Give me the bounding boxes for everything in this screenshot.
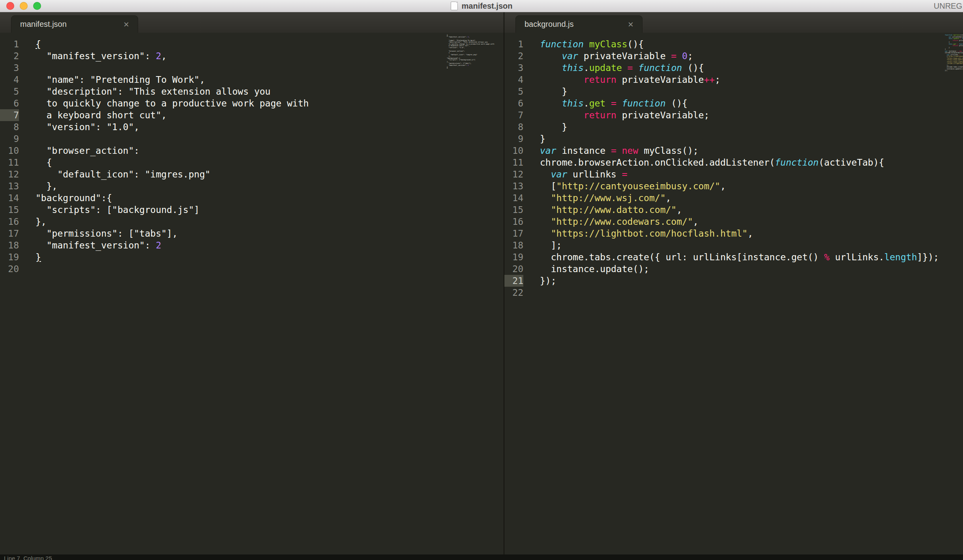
code-line: to quickly change to a productive work p… bbox=[36, 97, 504, 109]
code-line: { bbox=[447, 34, 503, 36]
close-window-button[interactable] bbox=[6, 2, 14, 10]
line-number[interactable]: 4 bbox=[0, 74, 19, 86]
code-line: "default_icon": "imgres.png" bbox=[36, 168, 504, 180]
line-number[interactable]: 18 bbox=[504, 239, 523, 251]
line-number[interactable]: 8 bbox=[504, 121, 523, 133]
tab-label: background.js bbox=[525, 20, 574, 29]
left-tabbar: manifest.json × bbox=[0, 12, 504, 33]
line-number[interactable]: 12 bbox=[0, 168, 19, 180]
line-number[interactable]: 7 bbox=[0, 109, 19, 121]
line-number[interactable]: 3 bbox=[504, 62, 523, 74]
code-line: "name": "Pretending To Work", bbox=[36, 74, 504, 86]
line-number[interactable]: 11 bbox=[504, 157, 523, 168]
pane-0-gutter[interactable]: 1234567891011121314151617181920 bbox=[0, 38, 26, 554]
statusbar: Line 7, Column 25 bbox=[0, 554, 963, 560]
line-number[interactable]: 3 bbox=[0, 62, 19, 74]
line-number[interactable]: 14 bbox=[504, 192, 523, 204]
code-line: } bbox=[540, 86, 963, 97]
line-number[interactable]: 18 bbox=[0, 239, 19, 251]
code-line: "manifest_version": 2, bbox=[447, 36, 503, 38]
line-number[interactable]: 17 bbox=[504, 228, 523, 239]
line-number[interactable]: 16 bbox=[0, 216, 19, 228]
code-line: ]; bbox=[540, 239, 963, 251]
code-line: } bbox=[540, 121, 963, 133]
line-number[interactable]: 5 bbox=[504, 86, 523, 97]
line-number[interactable]: 17 bbox=[0, 228, 19, 239]
code-line: "manifest_version": 2 bbox=[36, 239, 504, 251]
tab-manifest-json[interactable]: manifest.json × bbox=[11, 15, 138, 33]
line-number[interactable]: 12 bbox=[504, 168, 523, 180]
pane-1-gutter[interactable]: 12345678910111213141516171819202122 bbox=[504, 38, 530, 554]
pane-left: manifest.json × 123456789101112131415161… bbox=[0, 12, 504, 554]
code-line: this.get = function (){ bbox=[540, 97, 963, 109]
line-number[interactable]: 9 bbox=[504, 133, 523, 145]
line-number[interactable]: 21 bbox=[504, 275, 523, 287]
line-number[interactable]: 20 bbox=[0, 263, 19, 275]
line-number[interactable]: 2 bbox=[0, 50, 19, 62]
line-number[interactable]: 7 bbox=[504, 109, 523, 121]
unregistered-label: UNREG bbox=[934, 0, 963, 12]
code-line: } bbox=[36, 251, 504, 263]
right-tabbar: background.js × bbox=[504, 12, 963, 33]
line-number[interactable]: 9 bbox=[0, 133, 19, 145]
traffic-lights bbox=[0, 2, 41, 10]
code-line: chrome.tabs.create({ url: urlLinks[insta… bbox=[540, 251, 963, 263]
minimize-window-button[interactable] bbox=[20, 2, 28, 10]
line-number[interactable]: 1 bbox=[504, 38, 523, 50]
line-number[interactable]: 14 bbox=[0, 192, 19, 204]
maximize-window-button[interactable] bbox=[33, 2, 41, 10]
code-line: function myClass(){ bbox=[945, 34, 963, 36]
editor-workspace: manifest.json × 123456789101112131415161… bbox=[0, 12, 963, 554]
code-line: "http://www.datto.com/", bbox=[540, 204, 963, 216]
code-line: ["http://cantyouseeimbusy.com/", bbox=[540, 180, 963, 192]
code-line: "description": "This extension allows yo… bbox=[36, 86, 504, 97]
window-title: manifest.json bbox=[462, 2, 513, 11]
line-number[interactable]: 13 bbox=[0, 180, 19, 192]
tab-close-icon[interactable]: × bbox=[628, 20, 633, 29]
line-number[interactable]: 15 bbox=[504, 204, 523, 216]
line-number[interactable]: 2 bbox=[504, 50, 523, 62]
code-line bbox=[36, 133, 504, 145]
code-line: var urlLinks = bbox=[540, 168, 963, 180]
line-number[interactable]: 10 bbox=[0, 145, 19, 157]
line-number[interactable]: 13 bbox=[504, 180, 523, 192]
code-line: "background":{ bbox=[36, 192, 504, 204]
tab-close-icon[interactable]: × bbox=[124, 20, 129, 29]
tab-label: manifest.json bbox=[20, 20, 67, 29]
code-line bbox=[36, 62, 504, 74]
line-number[interactable]: 6 bbox=[0, 97, 19, 109]
line-number[interactable]: 22 bbox=[504, 287, 523, 299]
code-line: "http://www.codewars.com/", bbox=[540, 216, 963, 228]
code-line: this.update = function (){ bbox=[540, 62, 963, 74]
line-number[interactable]: 4 bbox=[504, 74, 523, 86]
code-line bbox=[36, 263, 504, 275]
code-line: "http://www.wsj.com/", bbox=[540, 192, 963, 204]
line-number[interactable]: 6 bbox=[504, 97, 523, 109]
code-line: { bbox=[36, 38, 504, 50]
line-number[interactable]: 1 bbox=[0, 38, 19, 50]
code-line: "browser_action": bbox=[36, 145, 504, 157]
code-line: "version": "1.0", bbox=[36, 121, 504, 133]
line-number[interactable]: 19 bbox=[504, 251, 523, 263]
line-number[interactable]: 5 bbox=[0, 86, 19, 97]
line-number[interactable]: 15 bbox=[0, 204, 19, 216]
line-number[interactable]: 20 bbox=[504, 263, 523, 275]
tab-background-js[interactable]: background.js × bbox=[515, 15, 643, 33]
code-line: }); bbox=[540, 275, 963, 287]
code-line: return privateVariable; bbox=[540, 109, 963, 121]
right-editor[interactable]: 12345678910111213141516171819202122 func… bbox=[504, 33, 963, 554]
code-line bbox=[540, 287, 963, 299]
left-editor[interactable]: 1234567891011121314151617181920 { "manif… bbox=[0, 33, 504, 554]
pane-0-code[interactable]: { "manifest_version": 2, "name": "Preten… bbox=[26, 38, 504, 554]
code-line: { bbox=[36, 157, 504, 168]
line-number[interactable]: 8 bbox=[0, 121, 19, 133]
window-title-group: manifest.json bbox=[0, 0, 963, 12]
pane-1-code[interactable]: function myClass(){ var privateVariable … bbox=[530, 38, 963, 554]
line-number[interactable]: 10 bbox=[504, 145, 523, 157]
line-number[interactable]: 11 bbox=[0, 157, 19, 168]
code-line: instance.update(); bbox=[540, 263, 963, 275]
line-number[interactable]: 16 bbox=[504, 216, 523, 228]
code-line: var instance = new myClass(); bbox=[540, 145, 963, 157]
code-line: "manifest_version": 2, bbox=[36, 50, 504, 62]
line-number[interactable]: 19 bbox=[0, 251, 19, 263]
